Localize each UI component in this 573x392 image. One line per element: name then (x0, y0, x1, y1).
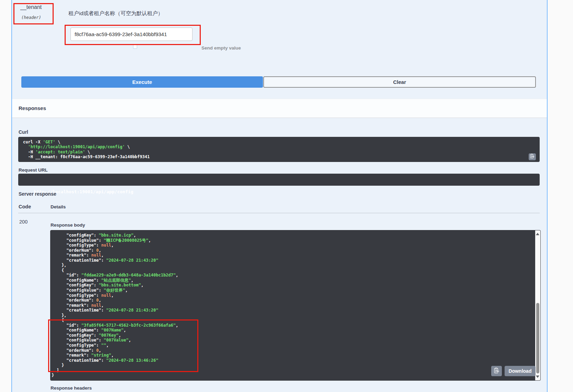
download-button[interactable]: Download (505, 366, 536, 376)
response-copy-button[interactable] (491, 366, 502, 376)
clear-button[interactable]: Clear (263, 76, 536, 88)
table-divider (18, 213, 540, 213)
response-body-json: "configKey": "bbs.site.icp", "configValu… (50, 230, 541, 378)
response-headers-label: Response headers (51, 385, 92, 391)
request-url-label: Request URL (19, 167, 48, 173)
send-empty-checkbox[interactable] (133, 45, 137, 49)
execute-button[interactable]: Execute (21, 76, 263, 88)
scroll-down-arrow-icon[interactable] (536, 375, 539, 378)
parameter-in-label: (header) (21, 15, 41, 20)
send-empty-label: Send empty value (201, 45, 241, 51)
clipboard-copy-icon (530, 154, 535, 160)
curl-label: Curl (19, 129, 28, 135)
response-body-scrollbar[interactable] (535, 230, 540, 380)
parameter-description: 租户id或者租户名称（可空为默认租户） (68, 10, 163, 17)
scroll-up-arrow-icon[interactable] (536, 233, 539, 235)
swagger-page: __tenant (header) 租户id或者租户名称（可空为默认租户） Se… (0, 0, 573, 392)
response-body-block: "configKey": "bbs.site.icp", "configValu… (50, 230, 541, 381)
parameter-name: __tenant (20, 4, 42, 10)
responses-title: Responses (19, 99, 46, 118)
curl-command-block: curl -X 'GET' \ 'http://localhost:19001/… (18, 137, 540, 162)
status-code: 200 (19, 219, 27, 225)
scrollbar-thumb[interactable] (536, 303, 539, 373)
curl-command-text: curl -X 'GET' \ 'http://localhost:19001/… (18, 137, 540, 162)
code-column-header: Code (19, 204, 31, 209)
clipboard-copy-icon (494, 368, 499, 375)
request-url-bar: http://localhost:19001/api/app/config (18, 174, 540, 186)
response-body-label: Response body (51, 222, 85, 228)
server-response-label: Server response (19, 191, 56, 197)
tenant-input[interactable] (70, 28, 192, 41)
details-column-header: Details (51, 204, 66, 209)
curl-copy-button[interactable] (529, 153, 536, 160)
responses-header-band: Responses (12, 99, 547, 118)
